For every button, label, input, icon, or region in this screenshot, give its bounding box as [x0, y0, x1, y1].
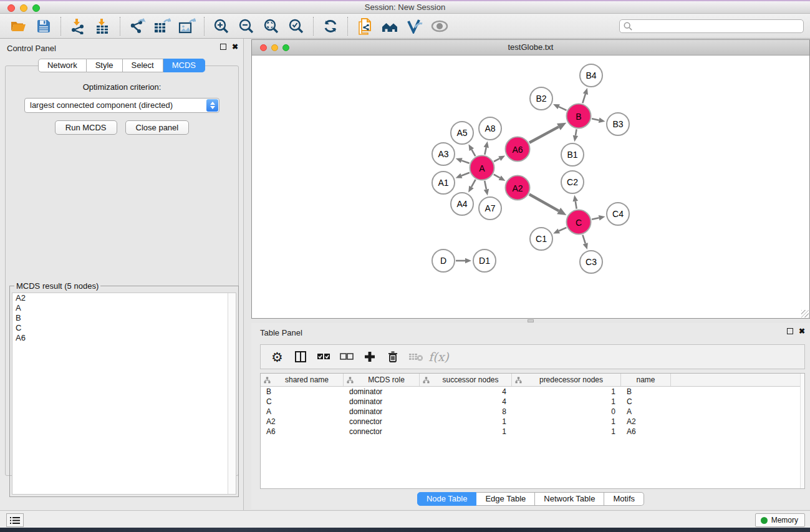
memory-button[interactable]: Memory — [755, 513, 805, 527]
import-network-button[interactable] — [65, 16, 90, 37]
table-cell: 1 — [512, 417, 621, 427]
graph-node-C3[interactable]: C3 — [579, 250, 603, 274]
column-header-mcds-role[interactable]: MCDS role — [344, 374, 420, 386]
zoom-in-button[interactable] — [209, 16, 234, 37]
tab-mcds[interactable]: MCDS — [163, 59, 205, 72]
float-table-panel-icon[interactable] — [787, 328, 793, 334]
graph-node-C4[interactable]: C4 — [606, 202, 630, 226]
graph-node-A3[interactable]: A3 — [432, 142, 455, 166]
toggle-bird-eye-button[interactable] — [427, 16, 452, 37]
minimize-network-window-button[interactable] — [271, 44, 278, 51]
export-image-button[interactable] — [175, 16, 200, 37]
export-table-icon — [153, 18, 171, 34]
tab-edge-table[interactable]: Edge Table — [476, 492, 535, 506]
criterion-dropdown[interactable]: largest connected component (directed) — [24, 98, 219, 113]
new-network-from-selection-button[interactable] — [352, 16, 377, 37]
unchecked-boxes-icon — [340, 353, 354, 360]
tab-select[interactable]: Select — [123, 59, 163, 72]
table-toolbar: ⚙ f(x) — [260, 344, 805, 369]
graph-node-A7[interactable]: A7 — [478, 196, 502, 220]
table-settings-button[interactable]: ⚙ — [266, 347, 289, 367]
close-window-button[interactable] — [7, 4, 15, 12]
show-graphics-details-button[interactable] — [402, 16, 427, 37]
graph-node-D1[interactable]: D1 — [473, 249, 496, 273]
table-row[interactable]: A2connector11A2 — [261, 417, 804, 427]
table-cell: dominator — [344, 387, 420, 397]
tab-network[interactable]: Network — [38, 59, 87, 72]
resize-grip-icon[interactable] — [801, 310, 809, 317]
maximize-window-button[interactable] — [32, 4, 40, 12]
graph-node-A6[interactable]: A6 — [505, 137, 531, 162]
graph-node-A8[interactable]: A8 — [478, 117, 502, 140]
horizontal-splitter[interactable] — [251, 319, 810, 323]
tab-node-table[interactable]: Node Table — [417, 492, 477, 506]
maximize-network-window-button[interactable] — [282, 44, 289, 51]
column-header-successor-nodes[interactable]: successor nodes — [420, 374, 512, 386]
graph-node-C[interactable]: C — [566, 210, 592, 235]
network-canvas[interactable]: B4B2BB3A8A5A6A3B1AC2A1A2A4A7C4CC1DD1C3 — [252, 56, 809, 318]
table-row[interactable]: A6connector11A6 — [261, 427, 804, 437]
table-row[interactable]: Bdominator41B — [261, 387, 804, 397]
run-mcds-button[interactable]: Run MCDS — [55, 120, 117, 135]
mcds-result-item[interactable]: A — [12, 303, 236, 313]
close-panel-icon[interactable]: ✖ — [232, 44, 238, 50]
result-scrollbar[interactable] — [228, 293, 236, 494]
close-panel-button[interactable]: Close panel — [125, 120, 190, 135]
save-session-button[interactable] — [31, 16, 56, 37]
export-table-button[interactable] — [150, 16, 175, 37]
graph-node-C1[interactable]: C1 — [529, 227, 553, 251]
tab-motifs[interactable]: Motifs — [604, 492, 644, 506]
zoom-selected-button[interactable] — [284, 16, 309, 37]
table-row[interactable]: Adominator80A — [261, 407, 804, 417]
graph-node-A[interactable]: A — [470, 155, 495, 181]
delete-table-button[interactable] — [404, 347, 427, 367]
splitter-handle-icon[interactable] — [528, 319, 534, 322]
graph-node-B3[interactable]: B3 — [606, 112, 630, 136]
export-network-button[interactable] — [125, 16, 150, 37]
delete-columns-button[interactable] — [381, 347, 404, 367]
open-session-button[interactable] — [6, 16, 31, 37]
float-panel-icon[interactable] — [220, 44, 226, 50]
mcds-result-list[interactable]: A2ABCA6 — [12, 293, 236, 495]
select-all-rows-button[interactable] — [312, 347, 335, 367]
attribute-tree-icon — [515, 377, 522, 384]
graph-node-B4[interactable]: B4 — [579, 64, 603, 87]
column-header-shared-name[interactable]: shared name — [261, 374, 344, 386]
graph-node-A1[interactable]: A1 — [432, 171, 455, 195]
table-cell: A6 — [621, 427, 671, 437]
graph-node-B2[interactable]: B2 — [529, 87, 553, 110]
mcds-result-item[interactable]: C — [12, 323, 236, 333]
graph-node-B1[interactable]: B1 — [561, 143, 584, 167]
network-window-titlebar[interactable]: testGlobe.txt — [252, 40, 809, 56]
import-table-button[interactable] — [90, 16, 115, 37]
show-columns-button[interactable] — [289, 347, 312, 367]
graph-node-A4[interactable]: A4 — [450, 192, 474, 216]
close-network-window-button[interactable] — [260, 44, 267, 51]
search-input[interactable] — [632, 22, 799, 31]
tab-style[interactable]: Style — [87, 59, 123, 72]
refresh-layout-button[interactable] — [318, 16, 343, 37]
table-row[interactable]: Cdominator41C — [261, 397, 804, 407]
mcds-result-item[interactable]: A6 — [12, 333, 236, 343]
graph-node-A2[interactable]: A2 — [505, 175, 531, 201]
close-table-panel-icon[interactable]: ✖ — [799, 328, 805, 334]
zoom-out-button[interactable] — [234, 16, 259, 37]
graph-node-B[interactable]: B — [566, 104, 592, 129]
network-window-title: testGlobe.txt — [252, 40, 809, 55]
column-header-predecessor-nodes[interactable]: predecessor nodes — [512, 374, 621, 386]
table-scrollbar[interactable] — [800, 374, 804, 488]
mcds-result-item[interactable]: A2 — [12, 293, 236, 303]
zoom-fit-button[interactable] — [259, 16, 284, 37]
deselect-all-rows-button[interactable] — [335, 347, 358, 367]
task-history-button[interactable] — [6, 513, 24, 527]
tab-network-table[interactable]: Network Table — [535, 492, 604, 506]
column-header-name[interactable]: name — [621, 374, 671, 386]
graph-node-C2[interactable]: C2 — [561, 170, 584, 194]
create-column-button[interactable] — [358, 347, 381, 367]
minimize-window-button[interactable] — [20, 4, 27, 12]
graph-node-A5[interactable]: A5 — [450, 121, 474, 145]
mcds-result-item[interactable]: B — [12, 313, 236, 323]
first-neighbors-button[interactable] — [377, 16, 402, 37]
function-builder-button[interactable]: f(x) — [427, 347, 450, 367]
graph-node-D[interactable]: D — [432, 249, 455, 273]
